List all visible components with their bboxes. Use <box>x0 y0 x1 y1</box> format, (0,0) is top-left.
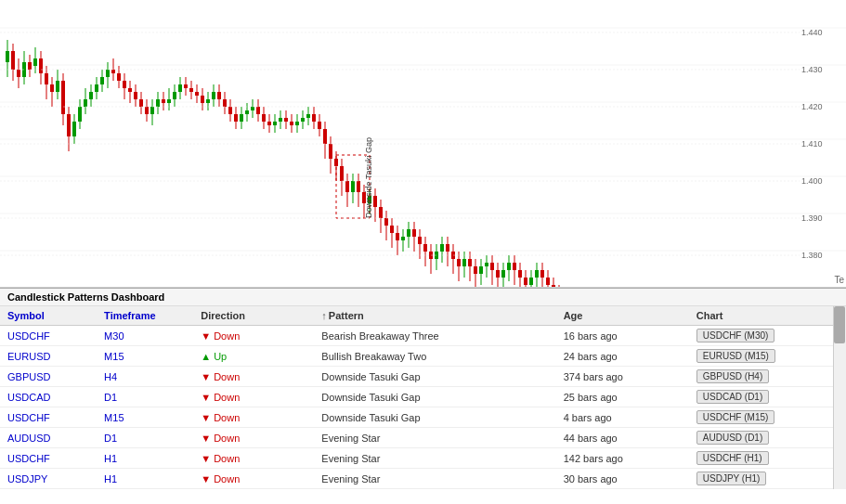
col-header-pattern: ↑Pattern <box>314 306 555 326</box>
cell-tf: D1 <box>97 428 193 448</box>
col-header-dir: Direction <box>193 306 314 326</box>
col-header-symbol: Symbol <box>0 306 97 326</box>
candlestick-chart <box>0 0 846 288</box>
table-row: USDCHF H1 ▼ Down Evening Star 142 bars a… <box>0 448 846 469</box>
table-row: AUDUSD D1 ▼ Down Evening Star 44 bars ag… <box>0 428 846 448</box>
chart-button[interactable]: USDCHF (M15) <box>696 410 775 424</box>
cell-symbol: USDCHF <box>0 407 97 428</box>
cell-age: 44 bars ago <box>556 428 689 448</box>
direction-icon: ▼ Down <box>201 412 240 423</box>
cell-pattern: Downside Tasuki Gap <box>314 367 555 387</box>
cell-chart-btn[interactable]: GBPUSD (H4) <box>689 367 846 387</box>
cell-chart-btn[interactable]: EURUSD (M15) <box>689 346 846 367</box>
chart-button[interactable]: USDCHF (H1) <box>696 451 769 465</box>
direction-icon: ▼ Down <box>201 330 240 342</box>
direction-icon: ▼ Down <box>201 433 240 444</box>
chart-button[interactable]: EURUSD (M15) <box>696 349 775 363</box>
cell-dir: ▼ Down <box>193 326 314 346</box>
table-row: USDCHF M15 ▼ Down Downside Tasuki Gap 4 … <box>0 407 846 428</box>
cell-tf: H4 <box>97 367 193 387</box>
sort-arrow-icon: ↑ <box>321 310 327 321</box>
cell-symbol: USDCHF <box>0 448 97 469</box>
cell-symbol: GBPUSD <box>0 367 97 387</box>
cell-tf: M15 <box>97 346 193 367</box>
chart-button[interactable]: GBPUSD (H4) <box>696 369 769 383</box>
cell-pattern: Bullish Breakaway Two <box>314 346 555 367</box>
dashboard: Candlestick Patterns Dashboard Symbol Ti… <box>0 288 846 489</box>
cell-pattern: Downside Tasuki Gap <box>314 407 555 428</box>
col-header-age: Age <box>556 306 689 326</box>
cell-tf: D1 <box>97 387 193 407</box>
cell-dir: ▼ Down <box>193 428 314 448</box>
table-row: USDCAD D1 ▼ Down Downside Tasuki Gap 25 … <box>0 387 846 407</box>
cell-chart-btn[interactable]: USDCHF (M30) <box>689 326 846 346</box>
chart-button[interactable]: AUDUSD (D1) <box>696 431 769 445</box>
cell-dir: ▼ Down <box>193 407 314 428</box>
scrollbar[interactable] <box>833 306 846 489</box>
table-row: GBPUSD H4 ▼ Down Downside Tasuki Gap 374… <box>0 367 846 387</box>
cell-symbol: AUDUSD <box>0 428 97 448</box>
cell-symbol: USDCHF <box>0 326 97 346</box>
cell-chart-btn[interactable]: USDCHF (H1) <box>689 448 846 469</box>
col-header-tf: Timeframe <box>97 306 193 326</box>
patterns-table: Symbol Timeframe Direction ↑Pattern Age … <box>0 306 846 489</box>
chart-area: GBPUSD,H4 1.41710 1.41761 1.41703 1.4174… <box>0 0 846 288</box>
cell-chart-btn[interactable]: AUDUSD (D1) <box>689 428 846 448</box>
cell-pattern: Evening Star <box>314 469 555 489</box>
col-header-chart: Chart <box>689 306 846 326</box>
cell-chart-btn[interactable]: USDCHF (M15) <box>689 407 846 428</box>
table-header-row: Symbol Timeframe Direction ↑Pattern Age … <box>0 306 846 326</box>
table-row: EURUSD M15 ▲ Up Bullish Breakaway Two 24… <box>0 346 846 367</box>
cell-symbol: EURUSD <box>0 346 97 367</box>
dashboard-title: Candlestick Patterns Dashboard <box>0 289 846 306</box>
cell-dir: ▼ Down <box>193 469 314 489</box>
cell-tf: M30 <box>97 326 193 346</box>
cell-chart-btn[interactable]: USDCAD (D1) <box>689 387 846 407</box>
cell-tf: M15 <box>97 407 193 428</box>
table-row: USDCHF M30 ▼ Down Bearish Breakaway Thre… <box>0 326 846 346</box>
cell-dir: ▲ Up <box>193 346 314 367</box>
table-body: USDCHF M30 ▼ Down Bearish Breakaway Thre… <box>0 326 846 489</box>
cell-age: 374 bars ago <box>556 367 689 387</box>
cell-age: 30 bars ago <box>556 469 689 489</box>
cell-age: 4 bars ago <box>556 407 689 428</box>
direction-icon: ▼ Down <box>201 392 240 403</box>
scrollbar-thumb[interactable] <box>834 306 845 343</box>
chart-button[interactable]: USDJPY (H1) <box>696 472 767 485</box>
cell-age: 142 bars ago <box>556 448 689 469</box>
cell-age: 25 bars ago <box>556 387 689 407</box>
direction-icon: ▼ Down <box>201 473 240 485</box>
cell-pattern: Bearish Breakaway Three <box>314 326 555 346</box>
cell-symbol: USDCAD <box>0 387 97 407</box>
chart-button[interactable]: USDCHF (M30) <box>696 329 775 342</box>
cell-dir: ▼ Down <box>193 367 314 387</box>
cell-age: 16 bars ago <box>556 326 689 346</box>
cell-dir: ▼ Down <box>193 387 314 407</box>
te-label: Te <box>834 275 844 285</box>
cell-dir: ▼ Down <box>193 448 314 469</box>
cell-tf: H1 <box>97 448 193 469</box>
direction-icon: ▼ Down <box>201 371 240 382</box>
cell-tf: H1 <box>97 469 193 489</box>
dashboard-wrapper: Symbol Timeframe Direction ↑Pattern Age … <box>0 306 846 489</box>
cell-pattern: Evening Star <box>314 448 555 469</box>
cell-pattern: Downside Tasuki Gap <box>314 387 555 407</box>
direction-icon: ▲ Up <box>201 351 227 362</box>
cell-chart-btn[interactable]: USDJPY (H1) <box>689 469 846 489</box>
cell-pattern: Evening Star <box>314 428 555 448</box>
chart-button[interactable]: USDCAD (D1) <box>696 390 769 404</box>
cell-age: 24 bars ago <box>556 346 689 367</box>
table-row: USDJPY H1 ▼ Down Evening Star 30 bars ag… <box>0 469 846 489</box>
direction-icon: ▼ Down <box>201 453 240 464</box>
cell-symbol: USDJPY <box>0 469 97 489</box>
